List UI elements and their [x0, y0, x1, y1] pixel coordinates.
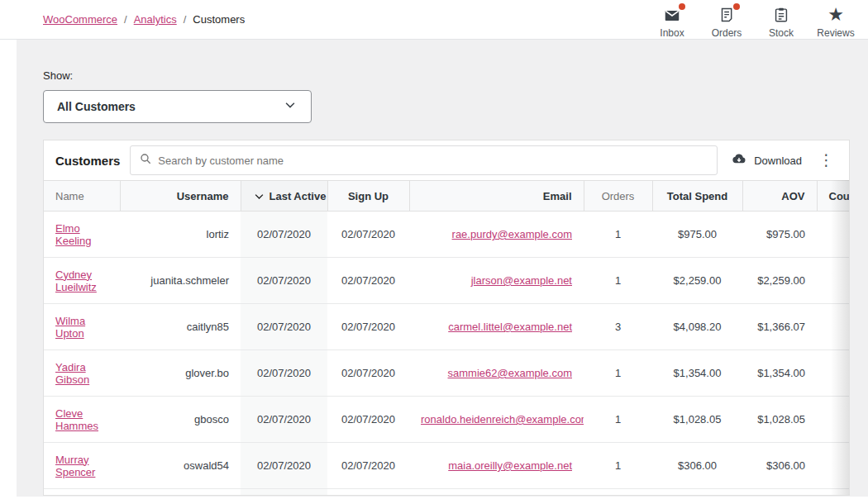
cell-sign_up: 02/07/2020 — [327, 443, 409, 489]
table-row-partial — [44, 489, 849, 497]
table-row: Yadira Gibsonglover.bo02/07/202002/07/20… — [44, 350, 849, 397]
search-icon — [139, 152, 152, 169]
name-link[interactable]: Wilma Upton — [55, 315, 85, 340]
tab-reviews[interactable]: ★ Reviews — [808, 0, 863, 39]
aov-value: $306.00 — [766, 459, 805, 472]
column-header-country[interactable]: Country — [817, 181, 849, 212]
sign_up-value: 02/07/2020 — [341, 274, 395, 287]
column-header-username[interactable]: Username — [120, 181, 241, 212]
unread-badge — [733, 3, 740, 10]
ellipsis-menu-icon[interactable]: ⋮ — [818, 155, 834, 166]
total_spend-value: $306.00 — [678, 459, 717, 472]
username-value: oswald54 — [184, 459, 229, 472]
email-link[interactable]: sammie62@example.com — [448, 367, 572, 379]
cell-country — [817, 212, 849, 258]
column-label: Email — [543, 190, 572, 202]
cell-total_spend: $1,028.05 — [652, 397, 742, 443]
column-header-total_spend[interactable]: Total Spend — [652, 181, 742, 212]
column-header-last_active[interactable]: Last Active — [241, 181, 327, 212]
cell-country — [817, 258, 849, 304]
cell-name: Wilma Upton — [44, 304, 120, 350]
cloud-download-icon — [731, 151, 747, 170]
customer-filter-select[interactable]: All Customers — [43, 90, 312, 123]
customer-search[interactable] — [130, 145, 718, 175]
aov-value: $1,028.05 — [757, 413, 805, 426]
column-label: Sign Up — [348, 190, 389, 202]
name-link[interactable]: Murray Spencer — [55, 454, 95, 478]
cell-email: maia.oreilly@example.net — [409, 443, 584, 489]
name-link[interactable]: Yadira Gibson — [55, 361, 89, 386]
cell-last_active: 02/07/2020 — [241, 304, 327, 350]
cell-email: rae.purdy@example.com — [409, 212, 584, 258]
cell-sign_up: 02/07/2020 — [327, 212, 409, 258]
tab-inbox[interactable]: Inbox — [645, 0, 699, 39]
cell-last_active: 02/07/2020 — [241, 212, 327, 258]
cell-orders: 1 — [584, 258, 652, 304]
email-link[interactable]: maia.oreilly@example.net — [448, 459, 572, 472]
column-header-orders: Orders — [584, 181, 652, 212]
column-label: Country — [829, 190, 850, 202]
username-value: caitlyn85 — [187, 321, 229, 333]
chevron-down-icon — [283, 97, 298, 116]
column-header-aov[interactable]: AOV — [742, 181, 817, 212]
tab-orders[interactable]: Orders — [699, 0, 754, 39]
cell-username: caitlyn85 — [120, 304, 241, 350]
cell-username: glover.bo — [120, 350, 241, 397]
breadcrumb-link-woocommerce[interactable]: WooCommerce — [43, 13, 117, 26]
cell-name: Elmo Keeling — [44, 212, 120, 258]
cell-sign_up: 02/07/2020 — [327, 304, 409, 350]
cell-total_spend: $306.00 — [652, 443, 742, 489]
cell-total_spend: $1,354.00 — [652, 350, 742, 397]
activity-panel-tabs: Inbox Orders Stock ★ Reviews — [645, 0, 863, 39]
search-input[interactable] — [158, 155, 708, 167]
tab-stock[interactable]: Stock — [754, 0, 808, 39]
cell-last_active: 02/07/2020 — [241, 258, 327, 304]
total_spend-value: $2,259.00 — [674, 274, 722, 287]
cell-name: Yadira Gibson — [44, 350, 120, 397]
column-label: Username — [177, 190, 229, 202]
total_spend-value: $1,028.05 — [674, 413, 722, 426]
card-title: Customers — [55, 154, 120, 168]
last_active-value: 02/07/2020 — [257, 367, 311, 379]
table-row: Elmo Keelinglortiz02/07/202002/07/2020ra… — [44, 212, 849, 258]
column-header-sign_up[interactable]: Sign Up — [327, 181, 409, 212]
cell-sign_up: 02/07/2020 — [327, 350, 409, 397]
column-label: Total Spend — [667, 190, 727, 202]
total_spend-value: $4,098.20 — [674, 321, 722, 333]
total_spend-value: $975.00 — [678, 228, 717, 240]
name-link[interactable]: Cydney Lueilwitz — [55, 269, 97, 293]
cell-email: ronaldo.heidenreich@example.com — [409, 397, 584, 443]
aov-value: $975.00 — [766, 228, 805, 240]
breadcrumb-separator: / — [124, 13, 127, 26]
breadcrumb-current-customers: Customers — [193, 13, 245, 26]
breadcrumb-link-analytics[interactable]: Analytics — [134, 13, 177, 26]
cell-aov: $2,259.00 — [742, 258, 817, 304]
cell-total_spend — [652, 489, 742, 497]
email-link[interactable]: carmel.littel@example.net — [448, 321, 572, 333]
cell-aov: $1,028.05 — [742, 397, 817, 443]
orders-icon — [717, 5, 737, 25]
column-header-email[interactable]: Email — [409, 181, 584, 212]
email-link[interactable]: jlarson@example.net — [471, 274, 572, 287]
cell-aov: $306.00 — [742, 443, 817, 489]
table-row: Cydney Lueilwitzjuanita.schmeler02/07/20… — [44, 258, 849, 304]
download-button[interactable]: Download — [731, 151, 802, 170]
name-link[interactable]: Cleve Hammes — [55, 407, 98, 432]
cell-total_spend: $975.00 — [652, 212, 742, 258]
customers-report-card: Customers Download ⋮ NameUsernameLast Ac… — [43, 140, 850, 496]
admin-topbar: WooCommerce / Analytics / Customers Inbo… — [0, 0, 868, 40]
cell-country — [817, 443, 849, 489]
card-header: Customers Download ⋮ — [44, 140, 849, 180]
cell-username: gbosco — [120, 397, 241, 443]
orders-value: 3 — [615, 321, 621, 333]
name-link[interactable]: Elmo Keeling — [55, 222, 91, 247]
email-link[interactable]: rae.purdy@example.com — [452, 228, 572, 240]
tab-label: Stock — [769, 27, 794, 39]
sign_up-value: 02/07/2020 — [341, 321, 395, 333]
cell-aov — [742, 489, 817, 497]
customers-table-wrap: NameUsernameLast ActiveSign UpEmailOrder… — [44, 180, 849, 496]
email-link[interactable]: ronaldo.heidenreich@example.com — [421, 413, 584, 426]
cell-username: lortiz — [120, 212, 241, 258]
cell-last_active: 02/07/2020 — [241, 443, 327, 489]
cell-country — [817, 350, 849, 397]
